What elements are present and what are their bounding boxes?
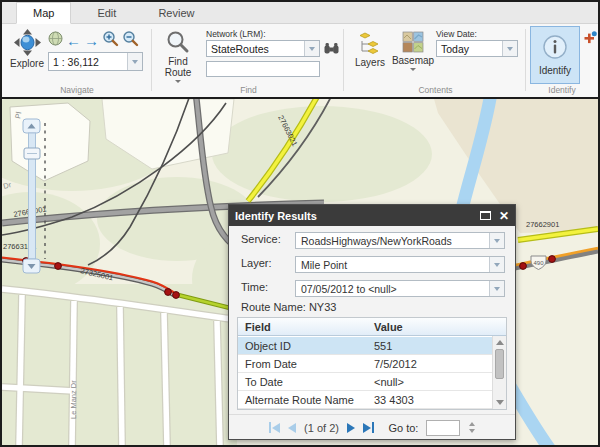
network-lrm-label: Network (LRM): (206, 29, 266, 39)
dialog-title: Identify Results (235, 210, 317, 222)
view-date-combobox[interactable]: Today (436, 40, 518, 57)
scale-dropdown-button[interactable] (127, 53, 142, 70)
scale-combobox[interactable]: 1 : 36,112 (48, 52, 143, 71)
pagination-bar: (1 of 2) Go to: (229, 414, 515, 440)
identify-label: Identify (539, 65, 571, 76)
field-cell: Alternate Route Name (238, 394, 370, 406)
group-contents: Layers Basemap View Date: (346, 24, 525, 97)
previous-page-icon (288, 423, 296, 433)
navigate-iconrow: ← → (48, 30, 139, 51)
add-identify-tool-icon[interactable] (583, 31, 597, 49)
map-container: 490 27663001 27663101 27325001 27663021 … (2, 97, 598, 445)
chevron-down-icon (494, 263, 500, 267)
binoculars-icon[interactable] (324, 41, 339, 60)
value-cell: <null> (370, 376, 492, 388)
field-cell: Object ID (238, 340, 370, 352)
zoom-out-button[interactable] (122, 30, 139, 51)
last-page-button[interactable] (363, 422, 375, 433)
identify-icon (542, 34, 568, 62)
chevron-down-icon (507, 47, 513, 51)
layer-value: Mile Point (296, 257, 489, 272)
spinner-down-icon (469, 429, 475, 433)
chevron-down-icon (309, 47, 315, 51)
tab-edit[interactable]: Edit (81, 2, 132, 23)
tab-review[interactable]: Review (142, 2, 210, 23)
table-header: Field Value (238, 318, 506, 336)
layers-button[interactable]: Layers (352, 31, 388, 83)
street-label: Le Manz Dr (69, 380, 78, 419)
chevron-down-icon (494, 239, 500, 243)
service-combobox[interactable]: RoadsHighways/NewYorkRoads (295, 232, 505, 249)
network-dropdown-button[interactable] (304, 41, 319, 56)
view-date-dropdown-button[interactable] (502, 41, 517, 56)
group-find: Find Route Network (LRM): StateRoutes F (154, 24, 343, 97)
group-identify: Identify Identify (528, 24, 596, 97)
previous-page-button[interactable] (288, 423, 296, 433)
scrollbar-thumb[interactable] (495, 349, 504, 379)
basemap-label: Basemap (392, 55, 434, 66)
maximize-icon[interactable] (480, 211, 491, 220)
identify-button[interactable]: Identify (530, 26, 580, 84)
scroll-up-icon[interactable] (496, 340, 504, 345)
next-page-button[interactable] (347, 423, 355, 433)
chevron-down-icon (175, 80, 181, 83)
table-row[interactable]: Alternate Route Name 33 4303 (238, 391, 492, 409)
layer-label: Layer: (241, 257, 272, 269)
group-label-navigate: Navigate (4, 85, 150, 95)
route-value-input[interactable] (206, 61, 320, 77)
goto-spinner[interactable] (469, 422, 475, 433)
scale-value: 1 : 36,112 (49, 53, 127, 70)
find-route-label-2: Route (165, 67, 192, 78)
dialog-titlebar[interactable]: Identify Results ✕ (229, 205, 515, 226)
zoom-in-button[interactable] (102, 30, 119, 51)
scroll-down-icon[interactable] (496, 400, 504, 405)
app-window: Map Edit Review Explore (0, 0, 600, 447)
close-icon[interactable]: ✕ (499, 211, 509, 221)
time-dropdown-button[interactable] (489, 281, 504, 296)
table-row[interactable]: From Date 7/5/2012 (238, 355, 492, 373)
layers-label: Layers (355, 57, 385, 68)
find-route-icon (166, 30, 190, 56)
back-arrow-button[interactable]: ← (66, 33, 81, 49)
goto-page-input[interactable] (426, 420, 460, 436)
group-label-identify: Identify (528, 85, 596, 95)
layers-icon (358, 31, 382, 57)
table-scrollbar[interactable] (492, 336, 506, 409)
service-dropdown-button[interactable] (489, 233, 504, 248)
explore-label: Explore (10, 58, 44, 69)
group-divider (343, 29, 344, 91)
find-route-button[interactable]: Find Route (158, 30, 198, 92)
layer-combobox[interactable]: Mile Point (295, 256, 505, 273)
globe-icon[interactable] (48, 31, 63, 50)
time-row: Time: 07/05/2012 to <null> (229, 280, 515, 297)
group-label-contents: Contents (346, 85, 525, 95)
layer-row: Layer: Mile Point (229, 256, 515, 273)
svg-text:490: 490 (533, 260, 544, 266)
time-combobox[interactable]: 07/05/2012 to <null> (295, 280, 505, 297)
table-row[interactable]: To Date <null> (238, 373, 492, 391)
group-navigate: Explore ← → (4, 24, 150, 97)
group-divider (525, 29, 526, 91)
tab-map[interactable]: Map (16, 2, 71, 24)
value-cell: 7/5/2012 (370, 358, 492, 370)
identify-results-dialog: Identify Results ✕ Service: RoadsHighway… (228, 204, 516, 440)
ribbon: Explore ← → (2, 24, 598, 97)
network-value: StateRoutes (207, 41, 304, 56)
spinner-up-icon (469, 422, 475, 426)
forward-arrow-button[interactable]: → (84, 33, 99, 49)
service-value: RoadsHighways/NewYorkRoads (296, 233, 489, 248)
first-page-button[interactable] (269, 422, 281, 433)
layer-dropdown-button[interactable] (489, 257, 504, 272)
basemap-button[interactable]: Basemap (392, 31, 434, 91)
network-combobox[interactable]: StateRoutes (206, 40, 320, 57)
explore-button[interactable]: Explore (8, 29, 46, 87)
value-cell: 551 (370, 340, 492, 352)
table-row[interactable]: Object ID 551 (238, 337, 492, 355)
view-date-value: Today (437, 41, 502, 56)
route-name-row: Route Name: NY33 (241, 301, 336, 313)
ribbon-tabstrip: Map Edit Review (2, 2, 598, 24)
first-page-icon (272, 423, 280, 433)
view-date-label: View Date: (436, 29, 477, 39)
basemap-icon (402, 31, 424, 55)
group-divider (151, 29, 152, 91)
